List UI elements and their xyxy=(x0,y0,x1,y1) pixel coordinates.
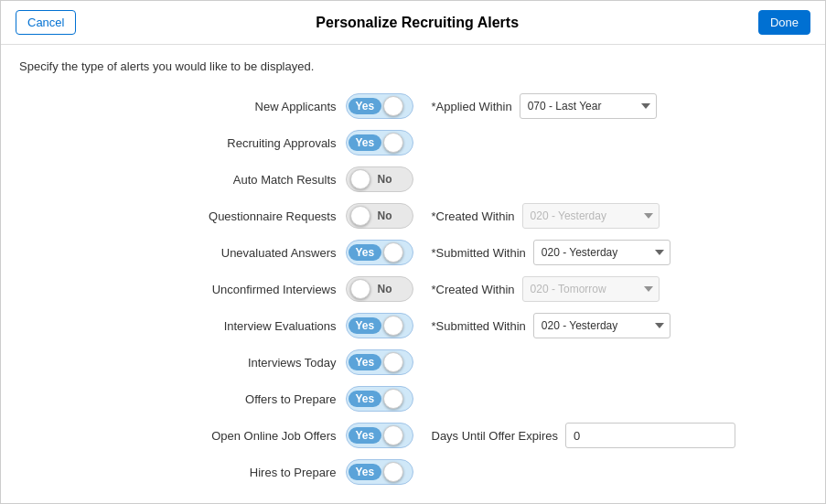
dialog-body: Specify the type of alerts you would lik… xyxy=(1,45,825,503)
label-applied-within: *Applied Within xyxy=(432,100,512,113)
row-created-within-2: *Created Within 020 - Tomorrow 010 - Tod… xyxy=(432,273,808,306)
row-days-offer: Days Until Offer Expires xyxy=(432,419,808,452)
spacer-1 xyxy=(432,126,808,159)
toggle-knob xyxy=(383,425,403,445)
toggle-no-label: No xyxy=(370,171,400,188)
toggle-no-label: No xyxy=(370,208,400,224)
select-submitted-within-1[interactable]: 020 - Yesterday 010 - Today 030 - This W… xyxy=(533,240,670,265)
instruction-text: Specify the type of alerts you would lik… xyxy=(19,59,807,73)
row-unevaluated: Unevaluated Answers Yes xyxy=(19,236,413,269)
label-hires-prepare: Hires to Prepare xyxy=(250,466,337,479)
row-submitted-within-1: *Submitted Within 020 - Yesterday 010 - … xyxy=(432,236,808,269)
form-grid: New Applicants Yes Recruiting Approvals … xyxy=(19,90,807,488)
toggle-yes-label: Yes xyxy=(349,317,382,334)
toggle-unconfirmed[interactable]: No xyxy=(346,276,413,302)
toggle-yes-label: Yes xyxy=(349,427,382,444)
row-auto-match: Auto Match Results No xyxy=(19,163,413,196)
toggle-knob xyxy=(383,242,403,263)
label-new-applicants: New Applicants xyxy=(255,100,337,113)
row-questionnaire: Questionnaire Requests No xyxy=(19,199,413,232)
label-submitted-within-2: *Submitted Within xyxy=(432,319,526,333)
row-offers-prepare: Offers to Prepare Yes xyxy=(19,382,413,415)
dialog: Cancel Personalize Recruiting Alerts Don… xyxy=(0,0,826,504)
toggle-auto-match[interactable]: No xyxy=(346,166,413,192)
cancel-button[interactable]: Cancel xyxy=(16,10,76,35)
row-created-within-1: *Created Within 020 - Yesterday 010 - To… xyxy=(432,199,808,232)
toggle-offers-prepare[interactable]: Yes xyxy=(346,386,413,412)
label-interview-eval: Interview Evaluations xyxy=(224,319,337,333)
spacer-5 xyxy=(432,456,808,488)
row-interviews-today: Interviews Today Yes xyxy=(19,346,413,379)
right-column: *Applied Within 070 - Last Year 020 - Ye… xyxy=(413,90,808,488)
dialog-header: Cancel Personalize Recruiting Alerts Don… xyxy=(1,1,825,45)
spacer-3 xyxy=(432,346,808,379)
toggle-knob xyxy=(383,462,403,482)
row-applied-within: *Applied Within 070 - Last Year 020 - Ye… xyxy=(432,90,808,123)
select-created-within-1[interactable]: 020 - Yesterday 010 - Today 030 - This W… xyxy=(522,203,660,229)
label-unconfirmed: Unconfirmed Interviews xyxy=(212,283,337,296)
toggle-knob xyxy=(350,279,370,299)
label-auto-match: Auto Match Results xyxy=(233,173,337,187)
toggle-unevaluated[interactable]: Yes xyxy=(346,240,413,265)
label-days-offer: Days Until Offer Expires xyxy=(432,429,558,443)
row-open-online: Open Online Job Offers Yes xyxy=(19,419,413,452)
toggle-recruiting-approvals[interactable]: Yes xyxy=(346,130,413,155)
toggle-yes-label: Yes xyxy=(349,244,382,261)
toggle-questionnaire[interactable]: No xyxy=(346,203,413,229)
label-interviews-today: Interviews Today xyxy=(248,356,337,370)
label-open-online: Open Online Job Offers xyxy=(211,429,336,443)
toggle-new-applicants[interactable]: Yes xyxy=(346,93,413,119)
select-applied-within[interactable]: 070 - Last Year 020 - Yesterday 010 - To… xyxy=(520,93,657,119)
label-created-within-2: *Created Within xyxy=(432,283,515,296)
row-submitted-within-2: *Submitted Within 020 - Yesterday 010 - … xyxy=(432,309,808,342)
toggle-yes-label: Yes xyxy=(349,134,382,151)
toggle-interviews-today[interactable]: Yes xyxy=(346,349,413,375)
toggle-knob xyxy=(383,389,403,409)
toggle-open-online[interactable]: Yes xyxy=(346,423,413,448)
dialog-title: Personalize Recruiting Alerts xyxy=(76,15,757,31)
toggle-no-label: No xyxy=(370,281,400,297)
toggle-knob xyxy=(383,133,403,153)
input-days-offer[interactable] xyxy=(565,423,735,448)
select-submitted-within-2[interactable]: 020 - Yesterday 010 - Today 030 - This W… xyxy=(533,313,670,338)
toggle-yes-label: Yes xyxy=(349,98,382,114)
spacer-2 xyxy=(432,163,808,196)
label-unevaluated: Unevaluated Answers xyxy=(221,246,337,260)
done-button[interactable]: Done xyxy=(758,10,810,35)
row-new-applicants: New Applicants Yes xyxy=(19,90,413,123)
row-unconfirmed: Unconfirmed Interviews No xyxy=(19,273,413,306)
label-offers-prepare: Offers to Prepare xyxy=(245,392,336,406)
toggle-knob xyxy=(383,352,403,372)
spacer-4 xyxy=(432,382,808,415)
toggle-knob xyxy=(383,96,403,116)
toggle-yes-label: Yes xyxy=(349,464,382,480)
left-column: New Applicants Yes Recruiting Approvals … xyxy=(19,90,413,488)
select-created-within-2[interactable]: 020 - Tomorrow 010 - Today 030 - This We… xyxy=(522,276,660,302)
toggle-yes-label: Yes xyxy=(349,391,382,407)
label-recruiting-approvals: Recruiting Approvals xyxy=(227,136,336,150)
label-created-within-1: *Created Within xyxy=(432,209,515,223)
toggle-knob xyxy=(383,316,403,336)
label-questionnaire: Questionnaire Requests xyxy=(209,209,336,223)
toggle-knob xyxy=(350,169,370,189)
toggle-hires-prepare[interactable]: Yes xyxy=(346,459,413,485)
row-recruiting-approvals: Recruiting Approvals Yes xyxy=(19,126,413,159)
label-submitted-within-1: *Submitted Within xyxy=(432,246,526,260)
row-interview-eval: Interview Evaluations Yes xyxy=(19,309,413,342)
row-hires-prepare: Hires to Prepare Yes xyxy=(19,456,413,488)
toggle-knob xyxy=(350,206,370,226)
toggle-interview-eval[interactable]: Yes xyxy=(346,313,413,338)
toggle-yes-label: Yes xyxy=(349,354,382,370)
